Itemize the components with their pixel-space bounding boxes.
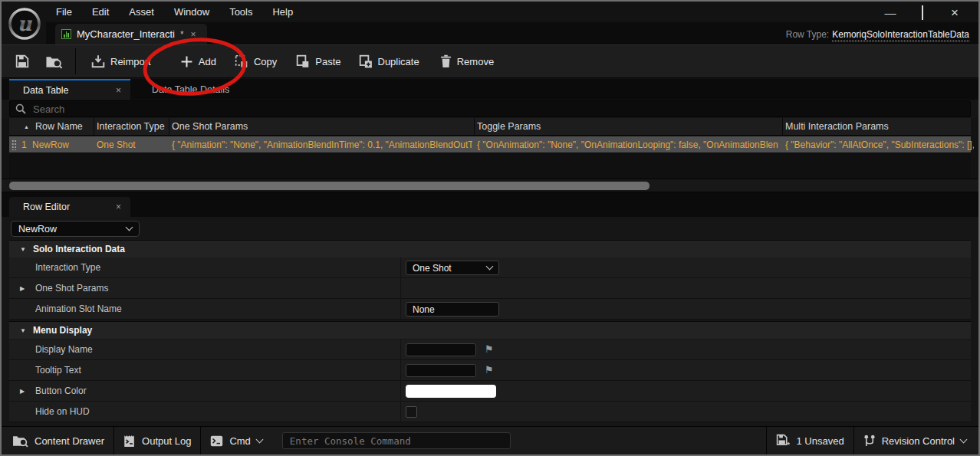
localization-flag-icon[interactable]: ⚑ — [485, 364, 494, 376]
menu-tools[interactable]: Tools — [219, 6, 262, 18]
section-solo-interaction-data[interactable]: ▼ Solo Interaction Data — [9, 240, 971, 258]
menu-asset[interactable]: Asset — [119, 6, 164, 18]
chevron-down-icon — [960, 435, 968, 443]
row-drag-handle[interactable] — [12, 139, 17, 150]
row-name-cell[interactable]: NewRow — [32, 136, 92, 153]
save-icon — [15, 54, 29, 68]
tab-data-table-label: Data Table — [23, 85, 114, 96]
svg-text:u: u — [18, 12, 33, 35]
property-label: Hide on HUD — [35, 402, 90, 422]
column-divider[interactable] — [474, 118, 475, 135]
unreal-editor-window: u File Edit Asset Window Tools Help — × … — [0, 0, 980, 456]
column-divider[interactable] — [169, 118, 169, 135]
cmd-selector[interactable]: Cmd — [201, 427, 271, 454]
copy-button[interactable]: Copy — [235, 54, 277, 68]
property-label: Interaction Type — [35, 258, 100, 278]
column-splitter[interactable] — [400, 258, 401, 277]
revision-control-label: Revision Control — [882, 435, 955, 447]
column-splitter[interactable] — [400, 340, 401, 359]
copy-icon — [235, 54, 248, 68]
column-divider[interactable] — [782, 118, 783, 135]
expand-arrow-icon[interactable]: ▶ — [20, 278, 25, 299]
row-index: 1 — [21, 136, 27, 153]
column-splitter[interactable] — [400, 360, 401, 380]
multi-interaction-params-cell[interactable]: { "Behavior": "AllAtOnce", "SubInteracti… — [785, 136, 974, 153]
row-type-link[interactable]: KemoriqSoloInteractionTableData — [832, 29, 969, 41]
content-drawer-button[interactable]: Content Drawer — [2, 427, 113, 454]
animation-slot-name-field[interactable]: None — [406, 302, 499, 317]
column-toggle-params[interactable]: Toggle Params — [477, 118, 541, 136]
unsaved-changes-button[interactable]: * 1 Unsaved — [767, 427, 853, 454]
localization-flag-icon[interactable]: ⚑ — [485, 343, 494, 355]
section-expanded-icon[interactable]: ▼ — [20, 327, 26, 334]
search-icon — [15, 103, 26, 114]
horizontal-scrollbar[interactable] — [2, 179, 978, 192]
scrollbar-thumb[interactable] — [9, 182, 649, 190]
menu-file[interactable]: File — [46, 6, 82, 18]
table-row[interactable]: 1 NewRow One Shot { "Animation": "None",… — [9, 136, 971, 153]
paste-label: Paste — [315, 56, 340, 67]
hide-on-hud-checkbox[interactable] — [406, 406, 417, 418]
button-color-swatch[interactable] — [406, 385, 496, 398]
column-row-name[interactable]: Row Name — [35, 118, 83, 136]
tab-data-table[interactable]: Data Table × — [9, 79, 130, 100]
window-controls: — × — [874, 4, 971, 22]
column-one-shot-params[interactable]: One Shot Params — [172, 118, 248, 136]
paste-button[interactable]: Paste — [296, 54, 340, 68]
search-input[interactable] — [31, 103, 965, 116]
toggle-params-cell[interactable]: { "OnAnimation": "None", "OnAnimationLoo… — [477, 136, 781, 153]
section-expanded-icon[interactable]: ▼ — [20, 246, 26, 253]
copy-label: Copy — [254, 56, 277, 67]
save-button[interactable] — [15, 54, 29, 68]
menu-edit[interactable]: Edit — [82, 6, 119, 18]
tab-row-editor[interactable]: Row Editor × — [9, 197, 130, 217]
interaction-type-value: One Shot — [413, 263, 487, 274]
sort-ascending-icon[interactable]: ▲ — [24, 118, 29, 136]
interaction-type-dropdown[interactable]: One Shot — [406, 261, 499, 275]
save-asterisk-icon: * — [776, 434, 790, 448]
section-menu-display[interactable]: ▼ Menu Display — [9, 321, 971, 339]
add-label: Add — [199, 56, 216, 67]
tooltip-text-field[interactable] — [406, 364, 476, 377]
column-splitter[interactable] — [400, 299, 401, 319]
plus-icon — [180, 55, 193, 68]
reimport-button[interactable]: Reimport — [91, 54, 151, 68]
close-tab-icon[interactable]: × — [116, 85, 121, 96]
column-splitter[interactable] — [400, 381, 401, 401]
duplicate-button[interactable]: Duplicate — [359, 54, 419, 68]
menu-help[interactable]: Help — [262, 6, 303, 18]
menu-window[interactable]: Window — [164, 6, 219, 18]
add-button[interactable]: Add — [180, 55, 216, 68]
column-splitter[interactable] — [400, 402, 401, 422]
close-tab-icon[interactable]: × — [191, 29, 196, 40]
property-row-tooltip-text: Tooltip Text ⚑ — [9, 360, 971, 381]
tab-data-table-details[interactable]: Data Table Details — [140, 79, 242, 100]
column-multi-interaction-params[interactable]: Multi Interaction Params — [785, 118, 889, 136]
expand-arrow-icon[interactable]: ▶ — [20, 381, 25, 402]
revision-control-button[interactable]: Revision Control — [854, 427, 978, 454]
maximize-button[interactable] — [906, 4, 939, 22]
asset-tab-mycharacter[interactable]: MyCharacter_Interacti * × — [55, 24, 207, 44]
interaction-type-cell[interactable]: One Shot — [97, 136, 167, 153]
browse-to-asset-button[interactable] — [45, 54, 63, 69]
remove-button[interactable]: Remove — [440, 54, 494, 68]
output-log-button[interactable]: Output Log — [114, 427, 200, 454]
status-bar: Content Drawer Output Log Cmd — [2, 426, 978, 454]
row-type: Row Type:KemoriqSoloInteractionTableData — [786, 29, 969, 40]
close-tab-icon[interactable]: × — [116, 202, 121, 212]
data-table-asset-icon — [61, 29, 71, 39]
console-command-input[interactable] — [282, 432, 511, 449]
minimize-button[interactable]: — — [874, 4, 906, 22]
panel-tab-bar: Data Table × Data Table Details — [2, 79, 978, 100]
column-splitter[interactable] — [400, 278, 401, 298]
row-selector-dropdown[interactable]: NewRow — [11, 221, 140, 237]
property-label: Button Color — [35, 381, 87, 402]
display-name-field[interactable] — [406, 343, 476, 356]
one-shot-params-cell[interactable]: { "Animation": "None", "AnimationBlendIn… — [172, 136, 472, 153]
column-divider[interactable] — [94, 118, 94, 135]
close-window-button[interactable]: × — [939, 4, 971, 22]
search-band — [2, 100, 978, 118]
unreal-engine-logo: u — [7, 6, 42, 41]
animation-slot-name-value: None — [413, 304, 492, 315]
column-interaction-type[interactable]: Interaction Type — [97, 118, 168, 136]
